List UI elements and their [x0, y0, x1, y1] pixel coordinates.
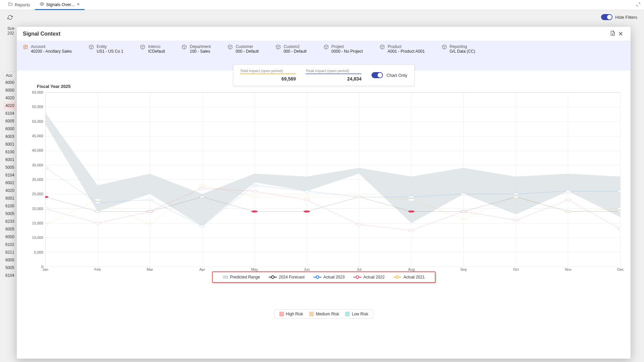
cube-icon	[140, 44, 145, 50]
export-icon[interactable]	[609, 29, 617, 38]
legend-item[interactable]: 2024 Forecast	[269, 275, 305, 279]
scenario-value: 202	[7, 31, 14, 36]
legend-swatch	[269, 277, 277, 277]
data-point[interactable]	[304, 190, 310, 192]
chart-only-toggle[interactable]: Chart Only	[371, 72, 407, 78]
data-point[interactable]	[356, 223, 362, 225]
cube-icon	[276, 44, 281, 50]
x-tick: Jun	[304, 267, 310, 271]
data-point[interactable]	[565, 199, 572, 201]
data-point[interactable]	[251, 210, 258, 212]
data-point[interactable]	[94, 199, 101, 201]
data-point[interactable]	[408, 199, 414, 201]
data-point[interactable]	[565, 190, 572, 192]
dim-value: 100 - Sales	[190, 49, 211, 54]
chart-only-label: Chart Only	[386, 73, 407, 78]
y-tick: 35,000	[32, 163, 43, 167]
data-point[interactable]	[304, 199, 310, 201]
kpi-value: 24,834	[306, 76, 361, 82]
legend-swatch	[222, 275, 228, 279]
cube-icon	[182, 44, 187, 50]
data-point[interactable]	[45, 223, 48, 225]
kpi-label: Total impact (open period)	[240, 69, 296, 74]
y-axis: 05,00010,00015,00020,00025,00030,00035,0…	[27, 92, 45, 267]
expand-icon[interactable]	[636, 2, 641, 8]
risk-swatch	[279, 312, 284, 316]
data-point[interactable]	[251, 190, 258, 192]
legend-item[interactable]: Predicted Range	[222, 275, 260, 279]
data-point[interactable]	[147, 223, 153, 225]
cube-icon	[442, 44, 447, 50]
data-point[interactable]	[304, 196, 310, 198]
data-point[interactable]	[408, 210, 414, 212]
toggle-switch[interactable]	[371, 72, 383, 78]
close-icon[interactable]: ✕	[77, 2, 80, 7]
legend-swatch	[393, 277, 401, 277]
dimension-department[interactable]: Department100 - Sales	[182, 44, 211, 54]
risk-swatch	[309, 312, 314, 316]
legend-label: Actual 2021	[403, 275, 425, 279]
data-point[interactable]	[94, 202, 101, 204]
data-point[interactable]	[356, 196, 362, 198]
dim-value: G/L Data (CC)	[450, 49, 475, 54]
risk-legend-item: High Risk	[279, 312, 303, 316]
data-point[interactable]	[513, 196, 519, 198]
data-point[interactable]	[408, 229, 414, 231]
kpi-total-impact: Total impact (open period) 69,589	[240, 69, 296, 82]
dim-value: 000 - Default	[236, 49, 259, 54]
tab-reports[interactable]: Reports	[3, 0, 35, 10]
eye-icon	[40, 2, 44, 7]
hide-filters-toggle[interactable]: Hide Filters	[601, 14, 637, 20]
data-point[interactable]	[199, 187, 205, 189]
data-point[interactable]	[513, 219, 519, 221]
legend-item[interactable]: Actual 2021	[393, 275, 425, 279]
dimension-custom2[interactable]: Custom2000 - Default	[276, 44, 307, 54]
data-point[interactable]	[45, 196, 48, 198]
dimension-product[interactable]: ProductA001 - Product A001	[380, 44, 425, 54]
y-tick: 30,000	[32, 177, 43, 182]
data-point[interactable]	[45, 208, 48, 210]
tab-signals[interactable]: Signals Over... ✕	[35, 0, 85, 10]
legend-item[interactable]: Actual 2023	[313, 275, 344, 279]
data-point[interactable]	[251, 196, 258, 198]
data-point[interactable]	[460, 218, 467, 220]
data-point[interactable]	[617, 228, 621, 230]
dimension-project[interactable]: Project0000 - No Project	[324, 44, 363, 54]
tab-label: Signals Over...	[46, 2, 75, 7]
dim-value: 40200 - Ancillary Sales	[31, 49, 72, 54]
data-point[interactable]	[304, 210, 310, 212]
risk-legend-item: Low Risk	[345, 312, 368, 316]
legend-item[interactable]: Actual 2022	[353, 275, 385, 279]
data-point[interactable]	[565, 210, 572, 212]
data-point[interactable]	[513, 193, 519, 195]
data-point[interactable]	[199, 196, 205, 198]
cube-icon	[380, 44, 385, 50]
y-tick: 45,000	[32, 134, 43, 138]
toggle-switch[interactable]	[601, 14, 612, 20]
data-point[interactable]	[199, 225, 205, 227]
close-icon[interactable]: ✕	[617, 29, 625, 39]
line-chart[interactable]: 05,00010,00015,00020,00025,00030,00035,0…	[27, 92, 621, 273]
data-point[interactable]	[45, 167, 48, 169]
kpi-label: Peak impact (open period)	[306, 69, 361, 74]
refresh-icon[interactable]	[7, 15, 13, 21]
y-tick: 15,000	[32, 221, 43, 225]
data-point[interactable]	[147, 199, 153, 201]
dimension-entity[interactable]: EntityUS1 - US Co 1	[89, 44, 123, 54]
risk-label: Medium Risk	[316, 312, 339, 316]
data-point[interactable]	[94, 222, 101, 224]
data-point[interactable]	[94, 210, 101, 212]
data-point[interactable]	[147, 210, 153, 212]
data-point[interactable]	[460, 193, 467, 195]
dimension-reporting[interactable]: ReportingG/L Data (CC)	[442, 44, 475, 54]
y-tick: 25,000	[32, 192, 43, 196]
x-tick: Aug	[408, 267, 415, 271]
dimension-interco[interactable]: IntercoICDefault	[140, 44, 165, 54]
data-point[interactable]	[460, 210, 467, 212]
y-tick: 55,000	[32, 105, 43, 109]
data-point[interactable]	[199, 184, 205, 186]
dimension-customer[interactable]: Customer000 - Default	[228, 44, 259, 54]
data-point[interactable]	[408, 196, 414, 198]
dimension-account[interactable]: Account40200 - Ancillary Sales	[23, 44, 72, 54]
data-point[interactable]	[251, 184, 258, 186]
